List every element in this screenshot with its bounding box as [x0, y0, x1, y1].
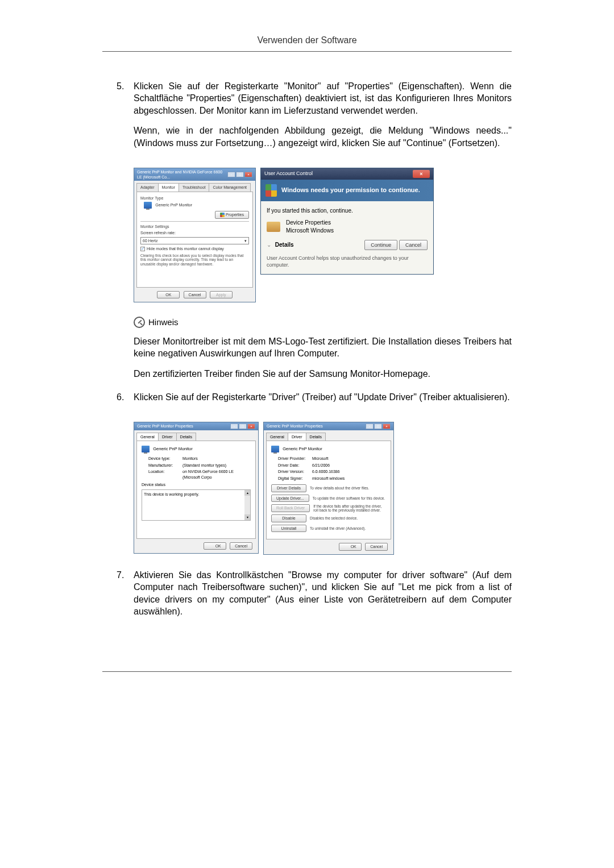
disable-button[interactable]: Disable	[271, 514, 306, 522]
update-driver-desc: To update the driver software for this d…	[313, 496, 386, 500]
step-6: 6. Klicken Sie auf der Registerkarte "Dr…	[102, 391, 512, 412]
hide-modes-row: Hide modes that this monitor cannot disp…	[140, 246, 249, 251]
details-expander[interactable]: ⌄ Details	[267, 241, 294, 249]
uac-body: If you started this action, continue. De…	[261, 201, 433, 275]
location-value: on NVIDIA GeForce 6600 LE (Microsoft Cor…	[182, 469, 251, 480]
minimize-icon[interactable]: -	[230, 423, 238, 429]
paragraph: Aktivieren Sie das Kontrollkästchen "Bro…	[134, 569, 512, 618]
monitor-type-row: Generic PnP Monitor	[144, 202, 249, 209]
close-icon[interactable]: ×	[383, 423, 391, 429]
tab-color-management[interactable]: Color Management	[209, 183, 251, 191]
note-paragraph: Den zertifizierten Treiber finden Sie au…	[134, 368, 512, 380]
monitor-type-value: Generic PnP Monitor	[155, 203, 192, 207]
uac-titlebar: User Account Control ×	[261, 168, 433, 180]
refresh-rate-label: Screen refresh rate:	[140, 230, 249, 235]
tab-troubleshoot[interactable]: Troubleshoot	[179, 183, 210, 191]
tab-content: Monitor Type Generic PnP Monitor Propert…	[136, 192, 253, 288]
ok-button[interactable]: OK	[339, 543, 362, 550]
manufacturer-label: Manufacturer:	[148, 463, 182, 468]
dialog-titlebar: Generic PnP Monitor Properties - □ ×	[134, 422, 258, 430]
page-header: Verwenden der Software	[102, 34, 512, 47]
digital-signer-label: Digital Signer:	[278, 476, 312, 481]
uac-subtext: If you started this action, continue.	[267, 207, 428, 215]
tab-details[interactable]: Details	[176, 433, 196, 441]
shield-icon	[265, 184, 277, 197]
tab-monitor[interactable]: Monitor	[158, 183, 179, 191]
hide-modes-label: Hide modes that this monitor cannot disp…	[147, 247, 224, 251]
cancel-button[interactable]: Cancel	[399, 240, 428, 250]
monitor-settings-label: Monitor Settings	[140, 224, 249, 229]
properties-button[interactable]: Properties	[215, 211, 249, 218]
cancel-button[interactable]: Cancel	[365, 543, 388, 550]
separator	[140, 221, 249, 222]
device-type-label: Device type:	[148, 456, 182, 461]
step-content: Klicken Sie auf der Registerkarte "Drive…	[134, 391, 512, 412]
maximize-icon[interactable]: □	[236, 172, 244, 177]
maximize-icon[interactable]: □	[374, 423, 382, 429]
cancel-button[interactable]: Cancel	[230, 542, 252, 550]
paragraph: Klicken Sie auf der Registerkarte "Drive…	[134, 391, 512, 404]
step-7: 7. Aktivieren Sie das Kontrollkästchen "…	[102, 569, 512, 626]
dialog-title: Generic PnP Monitor Properties	[267, 423, 323, 429]
paragraph: Klicken Sie auf der Registerkarte "Monit…	[134, 80, 512, 117]
scrollbar[interactable]: ▴ ▾	[244, 490, 250, 520]
driver-provider-label: Driver Provider:	[278, 456, 312, 461]
uninstall-button[interactable]: Uninstall	[271, 525, 306, 532]
driver-details-button[interactable]: Driver Details	[271, 484, 306, 492]
tab-driver[interactable]: Driver	[288, 433, 306, 441]
driver-version-value: 6.0.6000.16386	[312, 469, 340, 474]
tab-content: Generic PnP Monitor Device type:Monitors…	[136, 441, 256, 538]
tab-row: Adapter Monitor Troubleshoot Color Manag…	[134, 181, 255, 191]
uac-dialog: User Account Control × Windows needs you…	[260, 168, 434, 275]
details-label: Details	[275, 242, 294, 248]
apply-button[interactable]: Apply	[210, 291, 233, 298]
note-header: Hinweis	[134, 317, 512, 328]
tab-adapter[interactable]: Adapter	[136, 183, 159, 191]
driver-version-label: Driver Version:	[278, 469, 312, 474]
header-separator	[102, 51, 512, 52]
device-type-value: Monitors	[182, 456, 198, 461]
minimize-icon[interactable]: -	[366, 423, 374, 429]
tab-general[interactable]: General	[266, 433, 288, 441]
refresh-rate-dropdown[interactable]: 60 Hertz ▾	[140, 237, 249, 244]
tab-details[interactable]: Details	[306, 433, 326, 441]
close-icon[interactable]: ×	[244, 172, 252, 177]
continue-button[interactable]: Continue	[364, 240, 397, 250]
uac-footer-text: User Account Control helps stop unauthor…	[267, 255, 428, 268]
dialog-title: Generic PnP Monitor Properties	[137, 423, 193, 429]
minimize-icon[interactable]: -	[227, 172, 235, 177]
digital-signer-value: microsoft windows	[312, 476, 345, 481]
dialog-button-row: OK Cancel Apply	[134, 291, 255, 298]
close-icon[interactable]: ×	[413, 170, 430, 178]
screenshot-row-1: Generic PnP Monitor and NVIDIA GeForce 6…	[134, 168, 512, 303]
monitor-properties-dialog: Generic PnP Monitor and NVIDIA GeForce 6…	[134, 168, 256, 303]
hide-modes-checkbox[interactable]	[140, 247, 145, 251]
uac-banner-text: Windows needs your permission to contion…	[281, 186, 420, 194]
driver-provider-value: Microsoft	[312, 456, 328, 461]
ok-button[interactable]: OK	[204, 542, 226, 550]
note-title: Hinweis	[148, 317, 179, 328]
tab-general[interactable]: General	[136, 433, 159, 441]
monitor-icon	[142, 446, 150, 452]
dialog-titlebar: Generic PnP Monitor Properties - □ ×	[264, 422, 393, 430]
refresh-rate-value: 60 Hertz	[143, 238, 157, 243]
tab-driver[interactable]: Driver	[158, 433, 177, 441]
location-label: Location:	[148, 469, 182, 480]
scroll-up-icon[interactable]: ▴	[244, 490, 250, 496]
step-5: 5. Klicken Sie auf der Registerkarte "Mo…	[102, 80, 512, 157]
chevron-down-icon: ⌄	[267, 242, 271, 248]
device-status-box: This device is working properly. ▴ ▾	[142, 489, 251, 521]
step-content: Aktivieren Sie das Kontrollkästchen "Bro…	[134, 569, 512, 626]
cancel-button[interactable]: Cancel	[184, 291, 206, 298]
general-properties-dialog: Generic PnP Monitor Properties - □ × Gen…	[134, 422, 259, 554]
close-icon[interactable]: ×	[247, 423, 255, 429]
device-status-label: Device status	[142, 482, 251, 487]
tab-row: General Driver Details	[264, 430, 393, 441]
rollback-driver-button[interactable]: Roll Back Driver	[271, 504, 310, 512]
uac-program-row: Device Properties Microsoft Windows	[267, 219, 428, 234]
maximize-icon[interactable]: □	[239, 423, 247, 429]
monitor-type-label: Monitor Type	[140, 196, 249, 201]
ok-button[interactable]: OK	[157, 291, 180, 298]
scroll-down-icon[interactable]: ▾	[244, 514, 250, 520]
update-driver-button[interactable]: Update Driver...	[271, 495, 309, 502]
